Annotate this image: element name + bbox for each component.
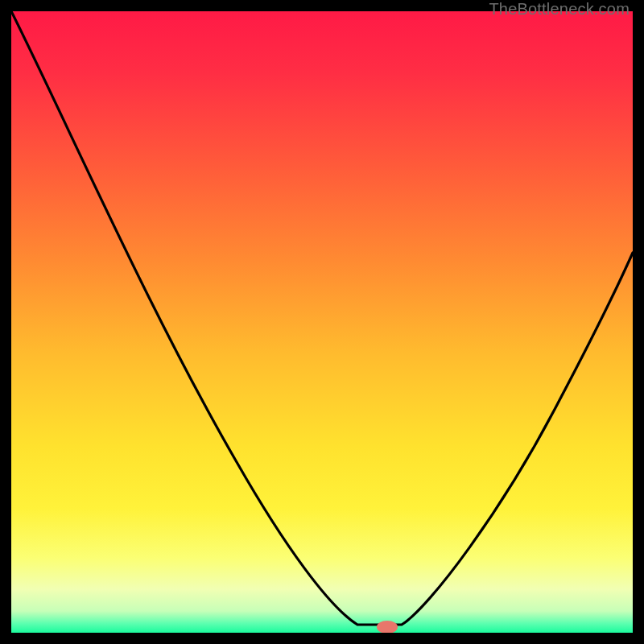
bottleneck-plot [11,11,633,633]
chart-frame [11,11,633,633]
gradient-background [11,11,633,633]
attribution-label: TheBottleneck.com [489,0,630,19]
